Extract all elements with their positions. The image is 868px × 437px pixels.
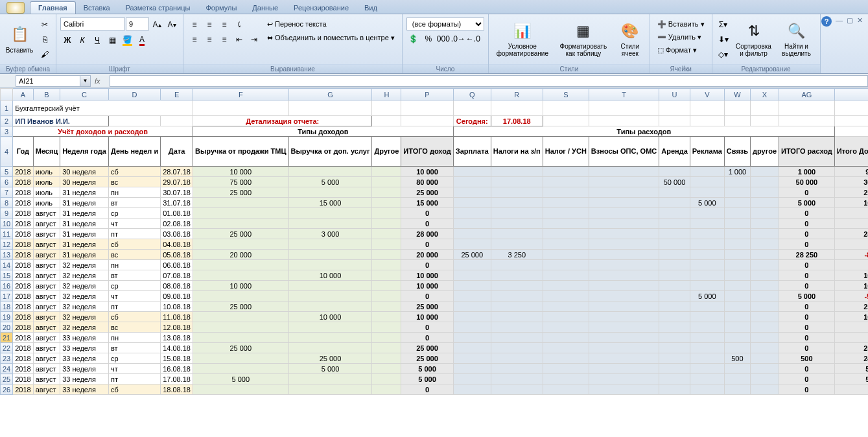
row-header-3[interactable]: 3 bbox=[1, 126, 13, 137]
cell[interactable] bbox=[724, 364, 750, 374]
cell[interactable]: 2018 bbox=[13, 291, 33, 301]
spreadsheet-grid[interactable]: ABCDEFGHPQRSTUVWXAGAHAI1Бухгалтерский уч… bbox=[0, 88, 868, 437]
cell[interactable]: 5 000 bbox=[193, 374, 288, 384]
cell[interactable]: 08.08.18 bbox=[161, 281, 193, 291]
cell[interactable]: 0 bbox=[779, 239, 835, 250]
paste-button[interactable]: 📋 Вставить bbox=[4, 18, 35, 60]
fill-color-button[interactable]: 🪣 bbox=[120, 33, 134, 47]
cell[interactable] bbox=[659, 208, 690, 218]
cell[interactable] bbox=[372, 208, 401, 218]
cell[interactable]: 20 000 bbox=[401, 250, 453, 260]
cell[interactable] bbox=[724, 312, 750, 322]
cell[interactable] bbox=[659, 374, 690, 384]
cell[interactable]: 0 bbox=[401, 322, 453, 333]
cell[interactable]: 10 000 bbox=[834, 270, 868, 281]
cell[interactable] bbox=[543, 312, 589, 322]
row-header-5[interactable]: 5 bbox=[1, 167, 13, 177]
cell[interactable] bbox=[372, 229, 401, 239]
cell[interactable] bbox=[453, 187, 491, 198]
sheet-title[interactable]: Бухгалтерский учёт bbox=[13, 100, 193, 116]
cell[interactable] bbox=[543, 167, 589, 177]
comma-button[interactable]: 000 bbox=[436, 32, 451, 46]
cell[interactable]: 25 000 bbox=[401, 187, 453, 198]
cell[interactable] bbox=[724, 374, 750, 384]
cell[interactable]: 32 неделя bbox=[60, 260, 109, 270]
col-header-A[interactable]: A bbox=[13, 89, 33, 100]
cell[interactable]: 500 bbox=[779, 353, 835, 364]
select-all-corner[interactable] bbox=[1, 89, 13, 100]
cell[interactable]: 0 bbox=[779, 384, 835, 395]
header-net[interactable]: Итого Доход - Расход bbox=[834, 137, 868, 167]
cell[interactable]: ср bbox=[108, 353, 160, 364]
cell[interactable]: 0 bbox=[401, 384, 453, 395]
cell[interactable] bbox=[659, 343, 690, 353]
cell[interactable] bbox=[372, 250, 401, 260]
align-center-button[interactable]: ≡ bbox=[202, 32, 217, 47]
cell[interactable] bbox=[751, 100, 779, 116]
row-header-12[interactable]: 12 bbox=[1, 239, 13, 250]
cell[interactable]: 0 bbox=[779, 374, 835, 384]
cell[interactable] bbox=[491, 281, 543, 291]
cell[interactable]: 0 bbox=[779, 322, 835, 333]
cell[interactable]: 2018 bbox=[13, 229, 33, 239]
cell[interactable] bbox=[543, 384, 589, 395]
cell[interactable] bbox=[193, 364, 288, 374]
cell[interactable] bbox=[372, 322, 401, 333]
cell[interactable] bbox=[372, 260, 401, 270]
cell[interactable] bbox=[491, 218, 543, 229]
cell[interactable] bbox=[453, 343, 491, 353]
format-cells-button[interactable]: ⬚Формат▾ bbox=[654, 43, 700, 56]
cell[interactable] bbox=[491, 333, 543, 343]
cell[interactable]: 31 неделя bbox=[60, 218, 109, 229]
cell[interactable] bbox=[779, 100, 835, 116]
cell[interactable]: 05.08.18 bbox=[161, 250, 193, 260]
row-header-6[interactable]: 6 bbox=[1, 177, 13, 187]
header-week[interactable]: Неделя года bbox=[60, 137, 109, 167]
cell[interactable] bbox=[751, 281, 779, 291]
cell[interactable] bbox=[543, 177, 589, 187]
cell[interactable]: 31 неделя bbox=[60, 250, 109, 260]
cell[interactable] bbox=[589, 301, 659, 312]
cell[interactable] bbox=[690, 100, 724, 116]
cell[interactable] bbox=[690, 239, 724, 250]
cell[interactable]: 0 bbox=[834, 218, 868, 229]
cell[interactable]: 20 000 bbox=[193, 250, 288, 260]
cell[interactable]: 28 000 bbox=[834, 229, 868, 239]
cell[interactable] bbox=[724, 281, 750, 291]
col-header-D[interactable]: D bbox=[108, 89, 160, 100]
col-header-P[interactable]: P bbox=[401, 89, 453, 100]
income-types-header[interactable]: Типы доходов bbox=[193, 126, 453, 137]
cell[interactable] bbox=[491, 187, 543, 198]
cell[interactable]: 0 bbox=[401, 239, 453, 250]
increase-decimal-button[interactable]: .0→ bbox=[451, 32, 465, 46]
cell[interactable]: 0 bbox=[401, 260, 453, 270]
row-header-2[interactable]: 2 bbox=[1, 116, 13, 126]
cell[interactable]: 3 000 bbox=[288, 229, 372, 239]
cell[interactable]: 10 000 bbox=[288, 312, 372, 322]
cell[interactable] bbox=[690, 312, 724, 322]
cell[interactable]: 33 неделя bbox=[60, 384, 109, 395]
row-header-20[interactable]: 20 bbox=[1, 322, 13, 333]
cell[interactable]: 0 bbox=[779, 187, 835, 198]
cell[interactable] bbox=[453, 374, 491, 384]
cell[interactable] bbox=[589, 100, 659, 116]
row-header-19[interactable]: 19 bbox=[1, 312, 13, 322]
insert-cells-button[interactable]: ➕Вставить▾ bbox=[654, 18, 708, 30]
cell[interactable]: 5 000 bbox=[401, 364, 453, 374]
cell[interactable] bbox=[453, 312, 491, 322]
cell[interactable]: 2018 bbox=[13, 353, 33, 364]
cell[interactable]: 50 000 bbox=[779, 177, 835, 187]
cell[interactable]: 5 000 bbox=[779, 198, 835, 208]
cell[interactable]: август bbox=[33, 322, 60, 333]
cell[interactable]: 0 bbox=[401, 218, 453, 229]
cell[interactable]: август bbox=[33, 270, 60, 281]
cell[interactable] bbox=[543, 364, 589, 374]
cell[interactable]: 02.08.18 bbox=[161, 218, 193, 229]
cell[interactable]: 33 неделя bbox=[60, 333, 109, 343]
accounting-header[interactable]: Учёт доходов и расходов bbox=[13, 126, 193, 137]
close-icon[interactable]: ✕ bbox=[857, 16, 863, 27]
cell[interactable] bbox=[193, 353, 288, 364]
cell[interactable] bbox=[724, 177, 750, 187]
cell[interactable] bbox=[453, 322, 491, 333]
header-usn[interactable]: Налог / УСН bbox=[543, 137, 589, 167]
